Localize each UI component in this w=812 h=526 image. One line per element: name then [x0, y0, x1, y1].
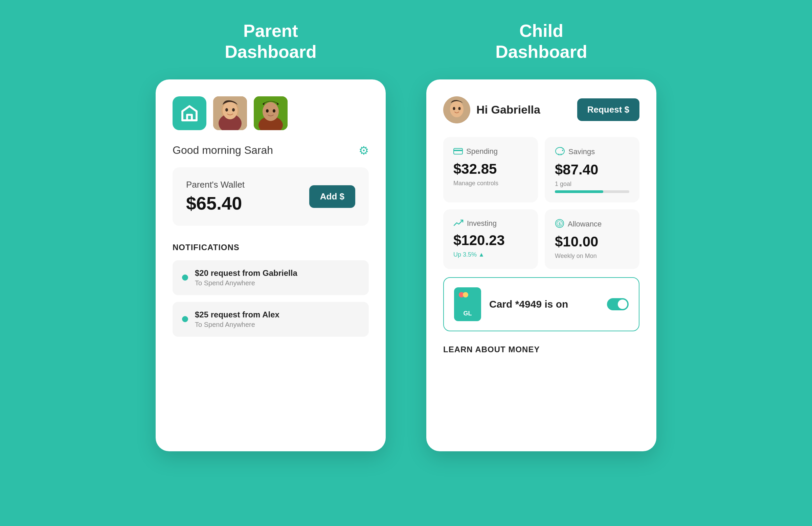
notification-main-1: $20 request from Gabriella — [195, 268, 298, 278]
card-toggle[interactable] — [607, 298, 629, 310]
investing-header: Investing — [453, 219, 528, 228]
svg-point-14 — [453, 107, 455, 110]
learn-title: LEARN ABOUT MONEY — [443, 345, 639, 354]
request-money-button[interactable]: Request $ — [577, 99, 639, 121]
wallet-label: Parent's Wallet — [186, 180, 245, 190]
card-gl-label: GL — [464, 310, 472, 317]
spending-sub: Manage controls — [453, 180, 528, 187]
investing-title: Investing — [467, 219, 497, 228]
allowance-card[interactable]: $ Allowance $10.00 Weekly on Mon — [545, 209, 639, 269]
svg-rect-0 — [187, 115, 192, 120]
savings-sub: 1 goal — [555, 181, 629, 187]
allowance-sub: Weekly on Mon — [555, 253, 629, 260]
child-user-info: Hi Gabriella — [443, 96, 540, 123]
savings-progress-fill — [555, 190, 603, 193]
settings-icon[interactable]: ⚙ — [359, 144, 369, 157]
parent-section-title: Parent Dashboard — [224, 20, 317, 62]
svg-point-6 — [232, 108, 235, 111]
allowance-header: $ Allowance — [555, 219, 629, 229]
child-avatar-gabriella — [443, 96, 470, 123]
spending-amount: $32.85 — [453, 161, 528, 177]
notification-item-1[interactable]: $20 request from Gabriella To Spend Anyw… — [173, 260, 369, 295]
child-dashboard-section: Child Dashboard Hi Gabriella Request — [426, 20, 656, 451]
child-section-title: Child Dashboard — [495, 20, 588, 62]
svg-rect-17 — [454, 150, 463, 151]
card-status-text: Card *4949 is on — [489, 299, 599, 310]
savings-progress-bg — [555, 190, 629, 193]
svg-point-9 — [263, 102, 279, 121]
svg-point-19 — [562, 150, 563, 151]
wallet-info: Parent's Wallet $65.40 — [186, 180, 245, 214]
svg-point-4 — [223, 102, 237, 119]
parent-dashboard-section: Parent Dashboard — [156, 20, 386, 451]
avatar-gabriella[interactable] — [213, 96, 247, 130]
savings-amount: $87.40 — [555, 162, 629, 178]
savings-header: Savings — [555, 146, 629, 157]
gl-card: GL — [454, 287, 481, 321]
investing-sub: Up 3.5% ▲ — [453, 251, 528, 258]
notification-dot-2 — [182, 316, 188, 322]
notification-content-1: $20 request from Gabriella To Spend Anyw… — [195, 268, 298, 287]
add-money-button[interactable]: Add $ — [309, 185, 355, 208]
investing-amount: $120.23 — [453, 232, 528, 249]
savings-card[interactable]: Savings $87.40 1 goal — [545, 137, 639, 202]
notification-content-2: $25 request from Alex To Spend Anywhere — [195, 310, 279, 329]
svg-point-15 — [459, 107, 461, 110]
spending-title: Spending — [466, 147, 498, 156]
notification-main-2: $25 request from Alex — [195, 310, 279, 319]
greeting-text: Good morning Sarah — [173, 144, 273, 156]
child-header: Hi Gabriella Request $ — [443, 96, 639, 123]
parent-phone-card: Good morning Sarah ⚙ Parent's Wallet $65… — [156, 79, 386, 451]
wallet-card: Parent's Wallet $65.40 Add $ — [173, 167, 369, 226]
card-dot-yellow — [463, 292, 468, 298]
card-strip[interactable]: GL Card *4949 is on — [443, 277, 639, 331]
spending-card[interactable]: Spending $32.85 Manage controls — [443, 137, 538, 202]
spending-icon — [453, 146, 463, 157]
avatar-alex[interactable] — [254, 96, 288, 130]
stats-grid: Spending $32.85 Manage controls — [443, 137, 639, 269]
parent-header — [173, 96, 369, 130]
investing-icon — [453, 219, 464, 228]
allowance-title: Allowance — [568, 220, 601, 228]
home-icon-box[interactable] — [173, 96, 206, 130]
child-phone-card: Hi Gabriella Request $ Spending $32.85 M… — [426, 79, 656, 451]
notification-dot-1 — [182, 274, 188, 281]
wallet-amount: $65.40 — [186, 193, 245, 214]
child-greeting: Hi Gabriella — [476, 103, 540, 116]
notifications-title: NOTIFICATIONS — [173, 243, 369, 252]
allowance-amount: $10.00 — [555, 234, 629, 250]
spending-header: Spending — [453, 146, 528, 157]
svg-point-10 — [266, 109, 269, 112]
investing-card[interactable]: Investing $120.23 Up 3.5% ▲ — [443, 209, 538, 269]
svg-point-11 — [273, 109, 275, 112]
savings-title: Savings — [568, 147, 595, 156]
notification-sub-1: To Spend Anywhere — [195, 279, 298, 287]
notification-item-2[interactable]: $25 request from Alex To Spend Anywhere — [173, 302, 369, 337]
notification-sub-2: To Spend Anywhere — [195, 321, 279, 329]
home-icon — [180, 104, 199, 123]
svg-text:$: $ — [559, 222, 561, 225]
allowance-icon: $ — [555, 219, 564, 229]
svg-point-5 — [225, 108, 228, 111]
svg-rect-16 — [454, 148, 463, 154]
svg-point-13 — [450, 101, 464, 117]
greeting-row: Good morning Sarah ⚙ — [173, 144, 369, 157]
savings-icon — [555, 146, 565, 157]
